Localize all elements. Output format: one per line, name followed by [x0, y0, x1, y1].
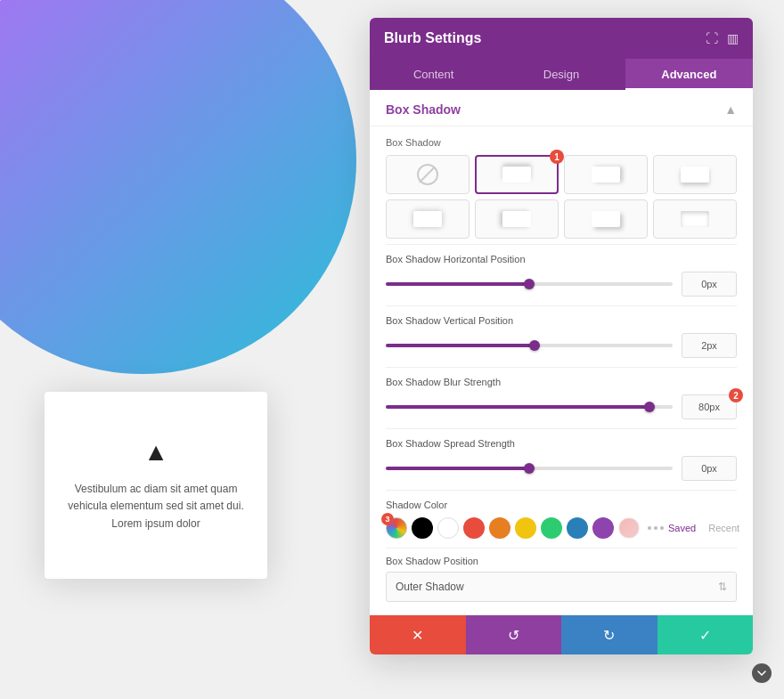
color-swatch-blue[interactable]	[567, 517, 588, 539]
color-swatch-green[interactable]	[541, 517, 562, 539]
color-swatch-black[interactable]	[412, 517, 433, 539]
section-collapse-icon[interactable]: ▲	[724, 102, 737, 117]
card-icon: ▲	[143, 438, 168, 467]
bs-box-inner	[681, 211, 709, 227]
bs-box-left	[502, 211, 531, 227]
bs-option-all[interactable]	[386, 199, 470, 239]
position-label: Box Shadow Position	[386, 556, 737, 566]
corner-icon[interactable]	[752, 663, 772, 683]
color-swatch-gradient[interactable]	[618, 517, 640, 539]
maximize-icon[interactable]: ⛶	[706, 31, 718, 45]
slider-vertical-thumb[interactable]	[529, 340, 540, 351]
columns-icon[interactable]: ▥	[727, 31, 739, 45]
panel-title: Blurb Settings	[384, 30, 481, 46]
slider-vertical: Box Shadow Vertical Position 2px	[370, 306, 753, 367]
color-swatch-red[interactable]	[463, 517, 485, 539]
tab-content[interactable]: Content	[370, 59, 497, 90]
slider-spread-label: Box Shadow Spread Strength	[386, 438, 737, 449]
bs-option-none[interactable]	[386, 155, 470, 194]
settings-panel: Blurb Settings ⛶ ▥ Content Design Advanc…	[370, 18, 753, 654]
section-header-box-shadow: Box Shadow ▲	[370, 90, 753, 126]
slider-spread-thumb[interactable]	[524, 463, 535, 474]
slider-horizontal-row: 0px	[386, 272, 737, 297]
bs-box-top	[502, 167, 531, 183]
color-swatch-purple[interactable]	[592, 517, 614, 539]
slider-blur-track-wrap[interactable]	[386, 405, 673, 409]
color-dot-2	[654, 526, 657, 530]
bs-option-right[interactable]	[564, 155, 648, 194]
box-shadow-label: Box Shadow	[386, 137, 737, 148]
badge-2: 2	[729, 388, 743, 402]
section-title: Box Shadow	[386, 102, 461, 117]
panel-header: Blurb Settings ⛶ ▥	[370, 18, 753, 59]
bs-box-bottom	[681, 167, 709, 183]
tab-design[interactable]: Design	[497, 59, 625, 90]
bs-none-icon	[417, 164, 438, 185]
color-dot-1	[648, 526, 651, 530]
color-swatch-orange[interactable]	[489, 517, 510, 539]
bs-box-right	[592, 167, 620, 183]
slider-horizontal-track-wrap[interactable]	[386, 282, 673, 286]
card-text: Vestibulum ac diam sit amet quam vehicul…	[62, 481, 249, 532]
bs-option-bottom-right[interactable]	[564, 199, 648, 239]
slider-spread-track	[386, 467, 673, 470]
shadow-color-section: Shadow Color 3	[370, 491, 753, 548]
slider-blur-thumb[interactable]	[644, 402, 655, 412]
bs-option-left[interactable]	[475, 199, 559, 239]
bs-box-bottom-right	[592, 211, 620, 227]
color-more-dots[interactable]	[648, 526, 664, 530]
color-swatch-yellow[interactable]	[515, 517, 536, 539]
slider-horizontal-fill	[386, 282, 529, 286]
slider-blur-label: Box Shadow Blur Strength	[386, 377, 737, 387]
slider-horizontal: Box Shadow Horizontal Position 0px	[370, 245, 753, 305]
slider-horizontal-track	[386, 282, 673, 286]
shadow-color-label: Shadow Color	[386, 500, 737, 510]
color-tab-saved[interactable]: Saved	[668, 523, 696, 533]
bs-option-top[interactable]: 1	[475, 155, 559, 194]
panel-header-icons: ⛶ ▥	[706, 31, 739, 45]
badge-1: 1	[550, 150, 564, 164]
slider-spread-row: 0px	[386, 456, 737, 481]
slider-spread-fill	[386, 467, 529, 470]
background-circle	[0, 0, 356, 374]
position-select[interactable]: Outer Shadow ⇅	[386, 572, 737, 602]
panel-footer: ✕ ↺ ↻ ✓	[370, 614, 753, 654]
panel-content: Box Shadow ▲ Box Shadow 1	[370, 90, 753, 654]
slider-horizontal-value[interactable]: 0px	[682, 272, 737, 297]
bs-option-bottom[interactable]	[653, 155, 737, 194]
color-row: 3 Saved Recent	[386, 517, 737, 539]
color-tab-recent[interactable]: Recent	[708, 523, 739, 533]
slider-vertical-fill	[386, 344, 535, 347]
slider-vertical-label: Box Shadow Vertical Position	[386, 315, 737, 326]
color-dot-3	[660, 526, 664, 530]
slider-blur: Box Shadow Blur Strength 80px 2	[370, 368, 753, 428]
redo-button[interactable]: ↻	[561, 615, 657, 654]
slider-blur-value[interactable]: 80px 2	[682, 394, 737, 419]
save-button[interactable]: ✓	[657, 615, 754, 654]
slider-spread-value[interactable]: 0px	[682, 456, 737, 481]
slider-blur-row: 80px 2	[386, 394, 737, 419]
slider-vertical-track	[386, 344, 673, 347]
slider-horizontal-label: Box Shadow Horizontal Position	[386, 254, 737, 264]
bs-box-all	[413, 211, 442, 227]
slider-spread-track-wrap[interactable]	[386, 467, 673, 470]
position-select-value: Outer Shadow	[396, 581, 464, 593]
slider-blur-fill	[386, 405, 649, 409]
preview-card: ▲ Vestibulum ac diam sit amet quam vehic…	[45, 392, 267, 579]
color-tabs: Saved Recent	[668, 523, 739, 533]
slider-horizontal-thumb[interactable]	[524, 279, 535, 289]
tab-advanced[interactable]: Advanced	[625, 59, 753, 90]
undo-button[interactable]: ↺	[466, 615, 562, 654]
slider-vertical-value[interactable]: 2px	[682, 333, 737, 358]
badge-3: 3	[381, 513, 394, 525]
color-swatch-white[interactable]	[437, 517, 459, 539]
select-arrow-icon: ⇅	[718, 581, 727, 593]
slider-vertical-row: 2px	[386, 333, 737, 358]
slider-spread: Box Shadow Spread Strength 0px	[370, 429, 753, 490]
tab-bar: Content Design Advanced	[370, 59, 753, 90]
slider-vertical-track-wrap[interactable]	[386, 344, 673, 347]
bs-option-inner[interactable]	[653, 199, 737, 239]
corner-svg	[756, 668, 767, 679]
box-shadow-grid: 1	[386, 155, 737, 239]
cancel-button[interactable]: ✕	[370, 615, 466, 654]
